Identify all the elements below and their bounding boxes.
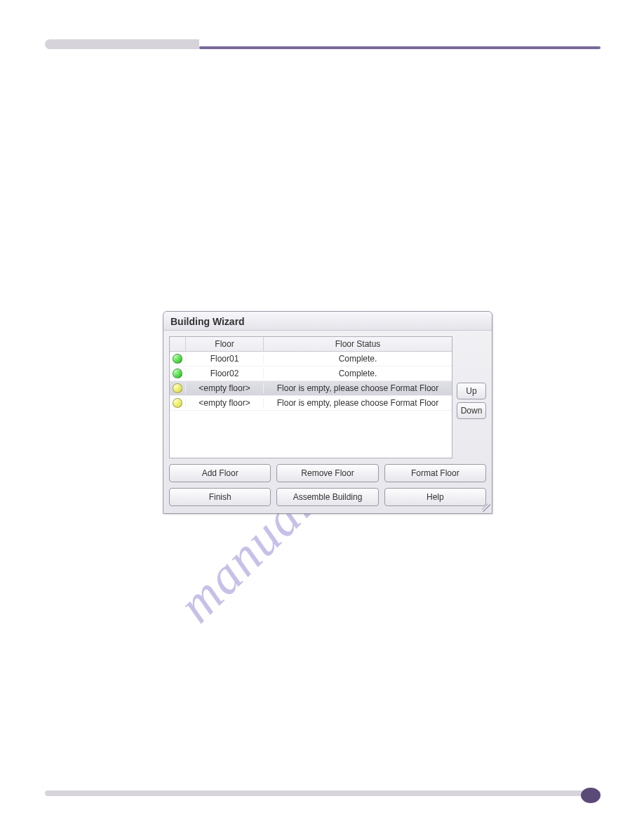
footer-bar <box>45 790 601 796</box>
floor-status-cell: Floor is empty, please choose Format Flo… <box>263 398 452 408</box>
header-bar-left <box>45 39 199 49</box>
format-floor-button[interactable]: Format Floor <box>384 464 486 482</box>
grid-header: Floor Floor Status <box>170 337 452 352</box>
down-button[interactable]: Down <box>457 402 486 419</box>
floor-status-cell: Complete. <box>263 354 452 364</box>
floor-name-cell: <empty floor> <box>185 383 263 393</box>
header-bar-right <box>199 46 601 49</box>
col-header-status: Floor Status <box>263 337 452 351</box>
help-button[interactable]: Help <box>384 488 486 506</box>
status-dot-cell <box>170 398 185 408</box>
green-status-icon <box>173 369 182 378</box>
table-row[interactable]: <empty floor>Floor is empty, please choo… <box>170 381 452 396</box>
resize-grip-icon[interactable] <box>482 503 490 512</box>
status-dot-cell <box>170 369 185 378</box>
floor-name-cell: <empty floor> <box>185 398 263 408</box>
remove-floor-button[interactable]: Remove Floor <box>276 464 378 482</box>
up-button[interactable]: Up <box>457 383 486 399</box>
floor-status-cell: Complete. <box>263 369 452 378</box>
floor-action-row: Add Floor Remove Floor Format Floor <box>169 464 486 482</box>
finish-button[interactable]: Finish <box>169 488 271 506</box>
floor-grid[interactable]: Floor Floor Status Floor01Complete.Floor… <box>169 336 452 458</box>
status-dot-cell <box>170 354 185 364</box>
floor-status-cell: Floor is empty, please choose Format Flo… <box>263 383 452 393</box>
dialog-title: Building Wizard <box>163 312 492 331</box>
green-status-icon <box>173 354 182 364</box>
table-row[interactable]: Floor01Complete. <box>170 352 452 366</box>
dialog-action-row: Finish Assemble Building Help <box>169 488 486 506</box>
footer-dot <box>581 788 601 803</box>
reorder-buttons: Up Down <box>457 383 486 419</box>
assemble-building-button[interactable]: Assemble Building <box>276 488 378 506</box>
dialog-body: Floor Floor Status Floor01Complete.Floor… <box>163 331 492 513</box>
table-row[interactable]: Floor02Complete. <box>170 366 452 381</box>
floor-name-cell: Floor02 <box>185 369 263 378</box>
floor-name-cell: Floor01 <box>185 354 263 364</box>
add-floor-button[interactable]: Add Floor <box>169 464 271 482</box>
col-header-floor: Floor <box>185 337 263 351</box>
status-dot-cell <box>170 383 185 393</box>
table-row[interactable]: <empty floor>Floor is empty, please choo… <box>170 396 452 411</box>
building-wizard-dialog: Building Wizard Floor Floor Status Floor… <box>163 311 492 514</box>
yellow-status-icon <box>173 398 182 408</box>
yellow-status-icon <box>173 383 182 393</box>
